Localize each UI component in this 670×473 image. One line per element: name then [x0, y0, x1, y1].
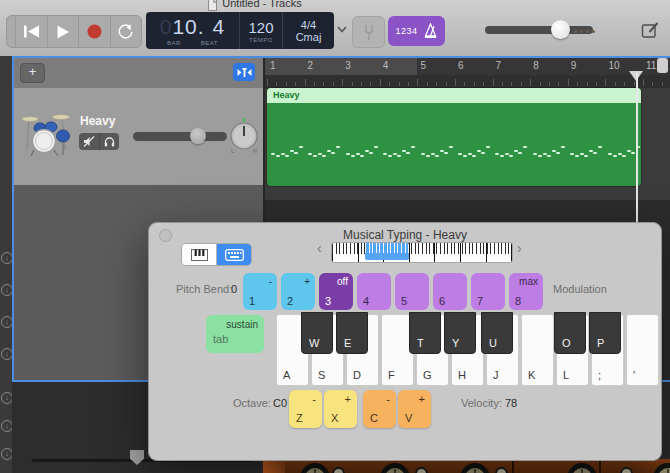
mini-keyboard-overview[interactable] — [331, 242, 513, 263]
record-button[interactable] — [79, 16, 111, 47]
white-key-letter: D — [353, 369, 361, 381]
amp-knob-small[interactable] — [415, 467, 428, 473]
ruler-bar-number: 9 — [571, 60, 577, 71]
ruler-tick — [333, 82, 334, 86]
play-button[interactable] — [48, 16, 80, 47]
transport-edge-button[interactable] — [7, 16, 16, 47]
piano-mode-button[interactable] — [182, 244, 217, 265]
mini-keyboard-selection[interactable] — [365, 243, 409, 260]
volume-dot — [592, 30, 595, 33]
count-in-button[interactable]: 1234 — [388, 16, 445, 46]
pitch-bend-key-2[interactable]: +2 — [281, 273, 315, 310]
go-to-beginning-button[interactable] — [16, 16, 48, 47]
lcd-position-section[interactable]: 0 10. 4 BAR BEAT — [146, 12, 240, 49]
pitch-bend-key-4[interactable]: 4 — [357, 273, 391, 310]
ruler-bar-number: 4 — [383, 60, 389, 71]
white-key-letter: G — [423, 369, 432, 381]
octave-range-right-arrow[interactable]: › — [517, 240, 522, 256]
midi-note — [308, 153, 312, 155]
amp-knob-large[interactable] — [460, 463, 490, 473]
octave-key-Z[interactable]: -Z — [289, 390, 322, 428]
key-number: 8 — [515, 295, 521, 307]
lcd-tempo-section[interactable]: 120 TEMPO — [240, 12, 283, 49]
piano-black-key-E[interactable]: E — [336, 312, 368, 354]
lcd-chevron-down-icon[interactable] — [337, 26, 347, 33]
cycle-button[interactable] — [111, 16, 142, 47]
key-tag: + — [419, 393, 425, 405]
catch-playhead-button[interactable] — [233, 63, 255, 81]
midi-note — [444, 152, 448, 154]
midi-note — [421, 153, 425, 155]
octave-value: C0 — [273, 397, 287, 409]
velocity-value: 78 — [505, 397, 517, 409]
master-volume-thumb[interactable] — [551, 20, 570, 39]
key-tag: - — [312, 393, 316, 405]
octave-key-C[interactable]: -C — [363, 390, 396, 428]
mute-button[interactable] — [79, 133, 100, 150]
sustain-label: sustain — [226, 319, 258, 330]
key-letter: V — [405, 412, 412, 424]
piano-black-key-Y[interactable]: Y — [444, 312, 476, 354]
tuning-fork-icon — [363, 24, 375, 41]
scrollbar-chip[interactable] — [657, 58, 668, 73]
octave-key-V[interactable]: +V — [398, 390, 431, 428]
ruler-bar-number: 10 — [608, 60, 619, 71]
amp-knob-large[interactable] — [653, 463, 670, 473]
musical-typing-window[interactable]: Musical Typing - Heavy ‹ › Pit — [148, 222, 662, 461]
piano-black-key-U[interactable]: U — [481, 312, 513, 354]
window-title: Untitled - Tracks — [0, 0, 510, 11]
pan-knob[interactable]: L R — [228, 118, 260, 154]
midi-note — [397, 155, 401, 157]
pitch-bend-key-5[interactable]: 5 — [395, 273, 429, 310]
amp-knob-large[interactable] — [300, 463, 330, 473]
amp-knob-large[interactable] — [380, 463, 410, 473]
piano-black-key-T[interactable]: T — [409, 312, 441, 354]
lcd-display[interactable]: 0 10. 4 BAR BEAT 120 TEMPO 4/4 Cmaj — [146, 12, 334, 49]
track-name-label[interactable]: Heavy — [80, 114, 115, 128]
typing-mode-button[interactable] — [217, 244, 251, 265]
white-key-letter: L — [563, 369, 569, 381]
ruler-ticks — [265, 75, 670, 88]
ruler-tick — [276, 82, 277, 86]
track-volume-slider[interactable] — [133, 132, 227, 141]
ruler-tick — [643, 79, 644, 86]
amp-knob-small[interactable] — [332, 467, 345, 473]
pitch-bend-key-1[interactable]: -1 — [243, 273, 277, 310]
play-icon — [56, 25, 70, 39]
piano-black-key-P[interactable]: P — [589, 312, 621, 354]
ruler-tick — [352, 82, 353, 86]
add-track-button[interactable]: + — [20, 63, 45, 83]
sustain-key[interactable]: sustain tab — [206, 315, 264, 353]
midi-region-heavy[interactable]: Heavy — [267, 88, 641, 186]
pitch-bend-key-6[interactable]: 6 — [433, 273, 467, 310]
amp-knob-small[interactable] — [620, 467, 633, 473]
lcd-key-section[interactable]: 4/4 Cmaj — [283, 12, 334, 49]
octave-range-left-arrow[interactable]: ‹ — [317, 240, 322, 256]
midi-note — [411, 146, 415, 148]
midi-note — [538, 155, 542, 157]
solo-headphones-button[interactable] — [100, 133, 120, 150]
toolbar: Untitled - Tracks — [0, 0, 670, 57]
track-volume-thumb[interactable] — [190, 128, 206, 144]
black-key-letter: O — [562, 337, 571, 349]
piano-white-key-8[interactable]: K — [521, 314, 554, 386]
amp-knob-large[interactable] — [567, 463, 597, 473]
midi-note — [336, 146, 340, 148]
pitch-bend-key-3[interactable]: off3 — [319, 273, 353, 310]
pitch-bend-key-7[interactable]: 7 — [471, 273, 505, 310]
octave-key-X[interactable]: +X — [324, 390, 357, 428]
ruler-tick — [493, 79, 494, 86]
piano-white-key-11[interactable]: ' — [626, 314, 659, 386]
midi-note — [346, 153, 350, 155]
sensitivity-slider-thumb[interactable] — [130, 450, 144, 465]
pitch-bend-key-8[interactable]: max8 — [509, 273, 543, 310]
midi-note — [463, 155, 467, 157]
midi-note — [518, 152, 522, 154]
notepad-button[interactable] — [637, 16, 663, 44]
piano-black-key-W[interactable]: W — [301, 312, 333, 354]
tuner-button[interactable] — [352, 16, 385, 48]
amp-knob-small[interactable] — [495, 467, 508, 473]
piano-black-key-O[interactable]: O — [554, 312, 586, 354]
timeline-ruler[interactable]: 1234567891011 — [265, 58, 670, 88]
lcd-tempo-value: 120 — [248, 19, 273, 36]
